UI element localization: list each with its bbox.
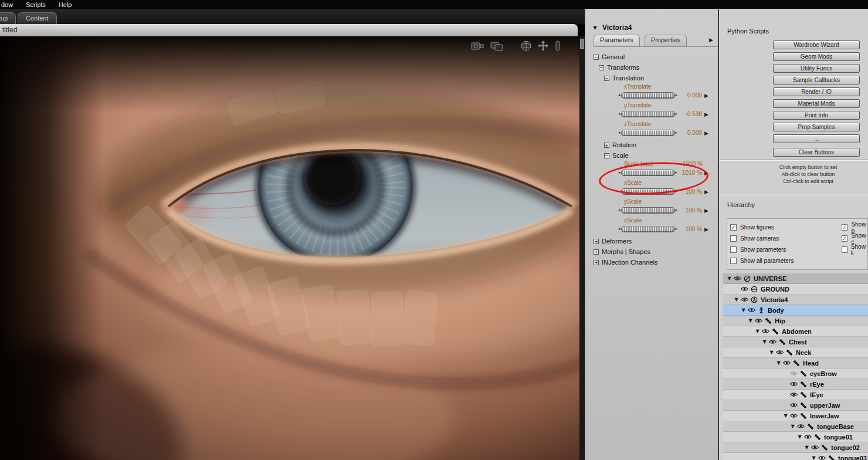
- hierarchy-item-eyebrow[interactable]: eyeBrow: [723, 368, 868, 379]
- visibility-eye-icon[interactable]: [789, 402, 798, 408]
- group-injection-channels[interactable]: +INJection Channels: [585, 257, 718, 268]
- dropdown-triangle-icon[interactable]: ▼: [591, 25, 599, 31]
- translate-icon[interactable]: [537, 40, 549, 52]
- hierarchy-item-universe[interactable]: ▼UNIVERSE: [723, 273, 868, 284]
- expand-box-icon[interactable]: +: [594, 260, 599, 265]
- expander-triangle-icon[interactable]: ▼: [810, 455, 818, 460]
- expander-triangle-icon[interactable]: ▼: [754, 329, 761, 334]
- expander-triangle-icon[interactable]: ▼: [803, 445, 811, 450]
- dial-decrement-icon[interactable]: ◂: [618, 93, 621, 98]
- expander-triangle-icon[interactable]: ▼: [768, 350, 775, 355]
- visibility-eye-icon[interactable]: [761, 329, 770, 334]
- trackball-icon[interactable]: [520, 40, 532, 52]
- checkbox[interactable]: ✓: [842, 224, 847, 231]
- viewport-3d-render[interactable]: [0, 36, 585, 460]
- dial-options-arrow-icon[interactable]: ▶: [704, 208, 708, 214]
- expander-triangle-icon[interactable]: ▼: [747, 318, 754, 323]
- checkbox[interactable]: [730, 235, 737, 242]
- dial-options-arrow-icon[interactable]: ▶: [704, 130, 708, 136]
- dial-options-arrow-icon[interactable]: ▶: [704, 189, 708, 195]
- visibility-eye-icon[interactable]: [747, 307, 756, 313]
- collapse-box-icon[interactable]: −: [604, 76, 609, 81]
- dial-decrement-icon[interactable]: ◂: [618, 111, 621, 117]
- dial-options-arrow-icon[interactable]: ▶: [704, 226, 708, 232]
- dial-slider[interactable]: [621, 111, 675, 117]
- dial-increment-icon[interactable]: ▸: [676, 93, 678, 98]
- checkbox[interactable]: ✓: [730, 224, 737, 231]
- viewport-scrollbar[interactable]: [579, 36, 585, 460]
- python-button-utility-funcs[interactable]: Utility Funcs: [773, 64, 860, 73]
- group-deformers[interactable]: +Deformers: [585, 236, 718, 246]
- dial-value[interactable]: 0.000: [679, 130, 702, 136]
- python-button-render-io[interactable]: Render / IO: [773, 87, 860, 96]
- visibility-eye-icon[interactable]: [768, 339, 777, 344]
- hierarchy-item-upperjaw[interactable]: upperJaw: [723, 400, 868, 411]
- document-title-bar[interactable]: titled: [0, 24, 578, 36]
- hierarchy-item-neck[interactable]: ▼Neck: [723, 347, 868, 358]
- python-button-empty[interactable]: ...: [773, 134, 860, 143]
- expander-triangle-icon[interactable]: ▼: [725, 276, 733, 281]
- expander-triangle-icon[interactable]: ▼: [782, 413, 789, 418]
- python-button-sample-callbacks[interactable]: Sample Callbacks: [773, 76, 860, 84]
- visibility-eye-icon[interactable]: [782, 360, 791, 366]
- inout-icon[interactable]: [554, 40, 561, 52]
- dial-decrement-icon[interactable]: ◂: [618, 226, 621, 232]
- room-tab-content[interactable]: Content: [18, 12, 57, 24]
- hierarchy-item-tonguebase[interactable]: ▼tongueBase: [723, 421, 868, 432]
- collapse-box-icon[interactable]: −: [604, 153, 609, 158]
- collapse-box-icon[interactable]: −: [594, 55, 599, 60]
- menu-help[interactable]: Help: [52, 1, 79, 8]
- dial-increment-icon[interactable]: ▸: [676, 111, 678, 117]
- dial-value[interactable]: 100 %: [679, 188, 702, 195]
- dial-options-arrow-icon[interactable]: ▶: [704, 170, 708, 176]
- dial-decrement-icon[interactable]: ◂: [618, 208, 621, 213]
- python-button-geom-mods[interactable]: Geom Mods: [773, 52, 860, 61]
- visibility-eye-icon[interactable]: [796, 424, 805, 429]
- dial-value[interactable]: -0.538: [679, 111, 702, 117]
- dial-increment-icon[interactable]: ▸: [676, 130, 678, 136]
- visibility-eye-icon[interactable]: [733, 276, 742, 281]
- figure-selector[interactable]: ▼ Victoria4: [591, 23, 718, 32]
- expander-triangle-icon[interactable]: ▼: [740, 307, 747, 313]
- checkbox[interactable]: ✓: [842, 235, 847, 242]
- python-button-prop-samples[interactable]: Prop Samples: [773, 123, 860, 131]
- visibility-eye-icon[interactable]: [789, 392, 798, 397]
- filter-show-c[interactable]: ✓Show c: [839, 233, 867, 244]
- visibility-eye-icon[interactable]: [789, 371, 798, 376]
- menu-scripts[interactable]: Scripts: [19, 1, 52, 8]
- hierarchy-item-head[interactable]: ▼Head: [723, 358, 868, 368]
- filter-show-all-parameters[interactable]: Show all parameters: [727, 255, 867, 266]
- scrollbar-thumb[interactable]: [580, 39, 584, 49]
- filter-show-li[interactable]: Show li: [839, 244, 867, 255]
- dial-value[interactable]: 0.000: [679, 92, 702, 99]
- panel-menu-arrow-icon[interactable]: ▶: [709, 37, 713, 43]
- hierarchy-item-tongue02[interactable]: ▼tongue02: [723, 442, 868, 453]
- dial-decrement-icon[interactable]: ◂: [618, 189, 621, 194]
- visibility-eye-icon[interactable]: [811, 445, 819, 450]
- visibility-eye-icon[interactable]: [754, 318, 763, 323]
- visibility-eye-icon[interactable]: [803, 434, 812, 439]
- collapse-box-icon[interactable]: −: [599, 65, 604, 70]
- expand-box-icon[interactable]: +: [594, 239, 599, 244]
- group-rotation[interactable]: +Rotation: [585, 140, 718, 150]
- hierarchy-item-ground[interactable]: GROUND: [723, 284, 868, 295]
- group-scale[interactable]: −Scale: [585, 150, 718, 161]
- dial-increment-icon[interactable]: ▸: [676, 189, 678, 194]
- group-translation[interactable]: −Translation: [585, 73, 718, 83]
- camera-icon[interactable]: [470, 40, 484, 51]
- group-general[interactable]: −General: [585, 52, 718, 62]
- checkbox[interactable]: [730, 246, 737, 253]
- visibility-eye-icon[interactable]: [789, 381, 798, 387]
- dial-options-arrow-icon[interactable]: ▶: [704, 93, 708, 99]
- expand-box-icon[interactable]: +: [594, 249, 599, 255]
- python-button-clear-buttons[interactable]: Clear Buttons: [773, 148, 860, 157]
- dial-slider[interactable]: [621, 170, 675, 176]
- expander-triangle-icon[interactable]: ▼: [775, 360, 782, 366]
- python-button-material-mods[interactable]: Material Mods: [773, 99, 860, 108]
- visibility-eye-icon[interactable]: [789, 413, 798, 418]
- expander-triangle-icon[interactable]: ▼: [796, 434, 803, 439]
- hierarchy-item-lowerjaw[interactable]: ▼lowerJaw: [723, 411, 868, 421]
- group-morphs-shapes[interactable]: +Morphs | Shapes: [585, 246, 718, 257]
- group-transforms[interactable]: −Transforms: [585, 62, 718, 73]
- hierarchy-item-hip[interactable]: ▼Hip: [723, 316, 868, 326]
